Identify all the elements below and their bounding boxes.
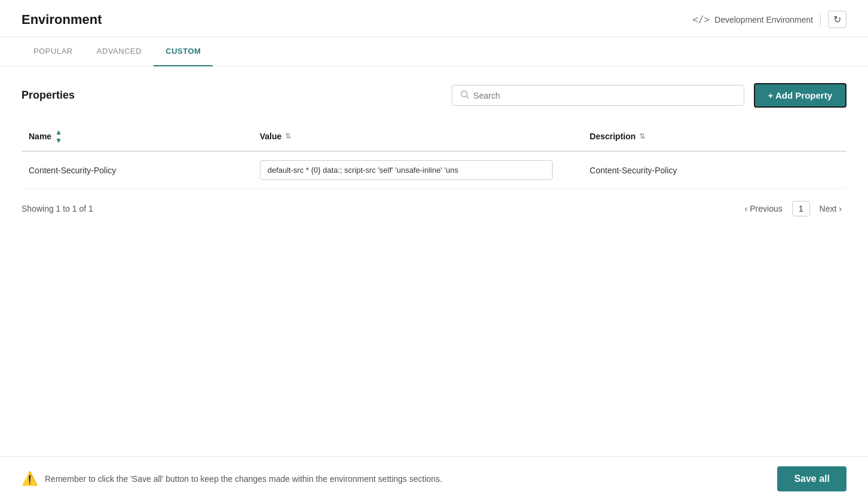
footer-warning: ⚠️ Remember to click the 'Save all' butt… bbox=[22, 471, 442, 487]
content-area: Properties + Add Property bbox=[0, 66, 868, 456]
next-button[interactable]: Next › bbox=[815, 201, 846, 216]
page-title: Environment bbox=[22, 12, 102, 28]
search-input[interactable] bbox=[474, 91, 735, 100]
sort-icon-name[interactable]: ▲▼ bbox=[55, 128, 62, 145]
save-all-button[interactable]: Save all bbox=[777, 466, 846, 491]
tab-popular[interactable]: POPULAR bbox=[22, 37, 85, 66]
value-cell-content[interactable]: default-src * {0} data:; script-src 'sel… bbox=[260, 160, 553, 180]
footer-warning-text: Remember to click the 'Save all' button … bbox=[45, 474, 442, 484]
page-header: Environment </> Development Environment … bbox=[0, 0, 868, 37]
footer-bar: ⚠️ Remember to click the 'Save all' butt… bbox=[0, 456, 868, 501]
page-wrapper: Environment </> Development Environment … bbox=[0, 0, 868, 501]
current-page-number[interactable]: 1 bbox=[792, 201, 810, 216]
code-icon: </> bbox=[692, 14, 710, 25]
pagination-row: Showing 1 to 1 of 1 ‹ Previous 1 Next › bbox=[22, 201, 846, 216]
tabs-bar: POPULAR ADVANCED CUSTOM bbox=[0, 37, 868, 66]
svg-line-1 bbox=[467, 96, 468, 98]
search-icon bbox=[461, 90, 469, 100]
previous-button[interactable]: ‹ Previous bbox=[740, 201, 787, 216]
properties-table: Name ▲▼ Value ⇅ Description ⇅ bbox=[22, 122, 846, 189]
tab-custom[interactable]: CUSTOM bbox=[154, 37, 213, 66]
warning-icon: ⚠️ bbox=[22, 471, 38, 487]
env-label-text: Development Environment bbox=[714, 15, 813, 25]
table-header: Name ▲▼ Value ⇅ Description ⇅ bbox=[22, 122, 846, 151]
table-row: Content-Security-Policy default-src * {0… bbox=[22, 151, 846, 189]
col-header-value: Value ⇅ bbox=[253, 122, 582, 151]
properties-header: Properties + Add Property bbox=[22, 83, 846, 108]
showing-text: Showing 1 to 1 of 1 bbox=[22, 204, 93, 213]
cell-value: default-src * {0} data:; script-src 'sel… bbox=[253, 151, 582, 189]
chevron-left-icon: ‹ bbox=[745, 204, 748, 213]
refresh-button[interactable]: ↻ bbox=[828, 11, 846, 28]
refresh-icon: ↻ bbox=[833, 14, 841, 25]
search-box bbox=[452, 85, 744, 106]
header-actions: + Add Property bbox=[452, 83, 846, 108]
cell-description: Content-Security-Policy bbox=[582, 151, 846, 189]
env-label-container: </> Development Environment bbox=[692, 14, 813, 25]
add-property-button[interactable]: + Add Property bbox=[754, 83, 846, 108]
properties-title: Properties bbox=[22, 89, 75, 102]
chevron-right-icon: › bbox=[839, 204, 842, 213]
col-header-name: Name ▲▼ bbox=[22, 122, 253, 151]
pagination-controls: ‹ Previous 1 Next › bbox=[740, 201, 846, 216]
cell-name: Content-Security-Policy bbox=[22, 151, 253, 189]
header-divider bbox=[820, 13, 821, 26]
header-right: </> Development Environment ↻ bbox=[692, 11, 846, 28]
sort-icon-description[interactable]: ⇅ bbox=[639, 132, 645, 140]
table-body: Content-Security-Policy default-src * {0… bbox=[22, 151, 846, 189]
sort-icon-value[interactable]: ⇅ bbox=[285, 132, 291, 140]
tab-advanced[interactable]: ADVANCED bbox=[85, 37, 154, 66]
col-header-description: Description ⇅ bbox=[582, 122, 846, 151]
